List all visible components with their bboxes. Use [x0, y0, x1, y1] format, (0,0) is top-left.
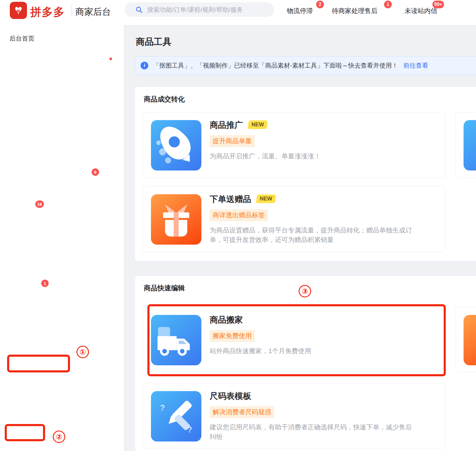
tool-card-size-chart[interactable]: ? ? 尺码表模板 解决消费者尺码疑惑 建议您启用尺码表，有助于消费者正确选择尺…: [143, 383, 445, 448]
sidebar-item-home[interactable]: 后台首页: [9, 34, 34, 43]
tool-description: 为商品设置赠品，获得平台专属流量，提升商品转化；赠品单独生成订单，可提升发货效率…: [210, 226, 414, 245]
page-title: 商品工具: [136, 36, 171, 48]
tool-title: 下单送赠品: [210, 195, 251, 204]
badge-messages: 99+: [432, 1, 444, 8]
pinduoduo-logo-icon: ♥ 拼: [10, 2, 27, 19]
tool-title-row: 尺码表模板: [210, 391, 414, 402]
tool-tag: 搬家免费使用: [210, 330, 255, 342]
top-header: ♥ 拼 拼多多 商家后台 物流停滞 2 待商家处理售后 1 未读站内信 99+: [0, 0, 476, 25]
tool-title-row: 商品推广 NEW: [210, 119, 321, 131]
nav-pending-aftersales[interactable]: 待商家处理售后: [332, 7, 378, 15]
badge-count: 6: [92, 168, 99, 176]
badge-aftersales: 1: [384, 1, 392, 8]
tool-card-partial[interactable]: [456, 307, 476, 372]
sidebar: [0, 25, 124, 451]
badge-count: 16: [35, 200, 44, 208]
truck-icon: [151, 315, 201, 365]
tool-title: 商品推广: [210, 120, 243, 130]
tool-tag: 提升商品单量: [210, 135, 255, 147]
tool-description: 为商品开启推广，流量、单量涨涨涨！: [210, 152, 321, 161]
brand-divider: [71, 5, 72, 16]
tool-title: 商品搬家: [210, 315, 243, 324]
tool-icon-partial: [464, 315, 476, 365]
merchant-backend-page: ♥ 拼 拼多多 商家后台 物流停滞 2 待商家处理售后 1 未读站内信 99+ …: [0, 0, 476, 451]
nav-unread-messages[interactable]: 未读站内信: [405, 7, 437, 15]
banner-text: 「抠图工具」、「视频制作」已经移至「商品素材-素材工具」下面啦～快去查看并使用！: [153, 61, 398, 70]
info-icon: i: [141, 62, 148, 69]
global-search[interactable]: [125, 2, 274, 17]
search-input[interactable]: [147, 6, 266, 13]
portal-title: 商家后台: [75, 6, 111, 18]
brand-name: 拼多多: [30, 5, 65, 20]
tool-tag: 商详透出赠品标签: [210, 209, 268, 221]
tool-card-product-moving[interactable]: 商品搬家 搬家免费使用 站外商品快速搬家，1个月免费使用: [143, 307, 445, 372]
tool-description: 站外商品快速搬家，1个月免费使用: [210, 346, 311, 356]
logo-mark: 拼: [17, 9, 20, 14]
rocket-icon: [151, 120, 201, 170]
svg-text:?: ?: [187, 425, 192, 434]
nav-logistics-stagnant[interactable]: 物流停滞: [287, 7, 313, 15]
banner-link[interactable]: 前往查看: [403, 61, 428, 70]
new-badge: NEW: [248, 120, 268, 129]
badge-count: 1: [41, 280, 49, 287]
search-icon: [135, 6, 143, 14]
tool-tag: 解决消费者尺码疑惑: [210, 406, 274, 418]
tool-title: 尺码表模板: [210, 391, 251, 401]
svg-text:?: ?: [160, 403, 165, 412]
badge-logistics: 2: [316, 1, 324, 8]
tool-icon-partial: [464, 120, 476, 170]
tool-card-product-promotion[interactable]: 商品推广 NEW 提升商品单量 为商品开启推广，流量、单量涨涨涨！: [143, 112, 445, 178]
section-title-conversion: 商品成交转化: [144, 95, 185, 104]
tool-card-gift-with-order[interactable]: 下单送赠品 NEW 商详透出赠品标签 为商品设置赠品，获得平台专属流量，提升商品…: [143, 186, 445, 252]
section-title-quick-edit: 商品快速编辑: [144, 283, 185, 293]
tool-card-partial[interactable]: [456, 112, 476, 178]
tool-title-row: 下单送赠品 NEW: [210, 194, 414, 205]
tool-title-row: 商品搬家: [210, 314, 311, 326]
size-chart-icon: ? ?: [151, 391, 201, 442]
notice-banner: i 「抠图工具」、「视频制作」已经移至「商品素材-素材工具」下面啦～快去查看并使…: [135, 56, 476, 75]
new-badge: NEW: [256, 195, 276, 203]
gift-icon: [151, 194, 201, 245]
manage-red-dot: [109, 58, 112, 60]
tool-description: 建议您启用尺码表，有助于消费者正确选择尺码，快速下单，减少售后纠纷: [210, 423, 414, 442]
